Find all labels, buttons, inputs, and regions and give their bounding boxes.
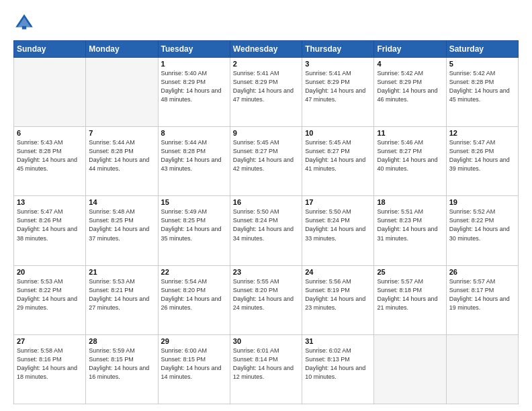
- day-info: Sunrise: 5:56 AM Sunset: 8:19 PM Dayligh…: [305, 277, 371, 312]
- logo: [13, 12, 38, 34]
- day-number: 22: [161, 268, 227, 276]
- calendar-cell: 18Sunrise: 5:51 AM Sunset: 8:23 PM Dayli…: [374, 196, 446, 265]
- calendar-cell: 5Sunrise: 5:42 AM Sunset: 8:28 PM Daylig…: [446, 58, 518, 127]
- calendar-cell: 8Sunrise: 5:44 AM Sunset: 8:28 PM Daylig…: [158, 127, 230, 196]
- week-row-3: 13Sunrise: 5:47 AM Sunset: 8:26 PM Dayli…: [14, 196, 519, 265]
- day-info: Sunrise: 5:45 AM Sunset: 8:27 PM Dayligh…: [233, 138, 299, 173]
- day-number: 18: [377, 198, 443, 206]
- calendar-cell: 30Sunrise: 6:01 AM Sunset: 8:14 PM Dayli…: [230, 334, 302, 404]
- calendar-cell: 9Sunrise: 5:45 AM Sunset: 8:27 PM Daylig…: [230, 127, 302, 196]
- day-info: Sunrise: 5:41 AM Sunset: 8:29 PM Dayligh…: [233, 69, 299, 104]
- calendar-cell: 31Sunrise: 6:02 AM Sunset: 8:13 PM Dayli…: [302, 334, 374, 404]
- day-number: 13: [17, 198, 83, 206]
- calendar-cell: [446, 334, 518, 404]
- day-number: 31: [305, 337, 371, 345]
- calendar-cell: 2Sunrise: 5:41 AM Sunset: 8:29 PM Daylig…: [230, 58, 302, 127]
- calendar-cell: 3Sunrise: 5:41 AM Sunset: 8:29 PM Daylig…: [302, 58, 374, 127]
- calendar-cell: 11Sunrise: 5:46 AM Sunset: 8:27 PM Dayli…: [374, 127, 446, 196]
- day-number: 6: [17, 129, 83, 137]
- day-number: 30: [233, 337, 299, 345]
- header: [13, 12, 519, 34]
- day-number: 4: [377, 60, 443, 68]
- day-info: Sunrise: 5:57 AM Sunset: 8:17 PM Dayligh…: [449, 277, 515, 312]
- day-number: 19: [449, 198, 515, 206]
- day-info: Sunrise: 5:52 AM Sunset: 8:22 PM Dayligh…: [449, 208, 515, 242]
- weekday-header-monday: Monday: [86, 41, 158, 58]
- day-number: 29: [161, 337, 227, 345]
- svg-rect-2: [22, 26, 26, 30]
- week-row-5: 27Sunrise: 5:58 AM Sunset: 8:16 PM Dayli…: [14, 334, 519, 404]
- week-row-2: 6Sunrise: 5:43 AM Sunset: 8:28 PM Daylig…: [14, 127, 519, 196]
- calendar-cell: 17Sunrise: 5:50 AM Sunset: 8:24 PM Dayli…: [302, 196, 374, 265]
- day-info: Sunrise: 5:47 AM Sunset: 8:26 PM Dayligh…: [449, 138, 515, 173]
- day-info: Sunrise: 5:50 AM Sunset: 8:24 PM Dayligh…: [305, 208, 371, 242]
- day-number: 21: [89, 268, 154, 276]
- day-number: 3: [305, 60, 371, 68]
- day-number: 11: [377, 129, 443, 137]
- weekday-header-thursday: Thursday: [302, 41, 374, 58]
- day-info: Sunrise: 5:43 AM Sunset: 8:28 PM Dayligh…: [17, 138, 83, 173]
- day-info: Sunrise: 5:53 AM Sunset: 8:21 PM Dayligh…: [89, 277, 154, 312]
- day-number: 16: [233, 198, 299, 206]
- day-info: Sunrise: 5:44 AM Sunset: 8:28 PM Dayligh…: [89, 138, 154, 173]
- calendar-cell: 4Sunrise: 5:42 AM Sunset: 8:29 PM Daylig…: [374, 58, 446, 127]
- calendar-cell: 7Sunrise: 5:44 AM Sunset: 8:28 PM Daylig…: [86, 127, 158, 196]
- day-number: 24: [305, 268, 371, 276]
- weekday-header-friday: Friday: [374, 41, 446, 58]
- calendar-cell: 29Sunrise: 6:00 AM Sunset: 8:15 PM Dayli…: [158, 334, 230, 404]
- day-number: 15: [161, 198, 227, 206]
- day-info: Sunrise: 5:47 AM Sunset: 8:26 PM Dayligh…: [17, 208, 83, 242]
- day-number: 5: [449, 60, 515, 68]
- day-number: 17: [305, 198, 371, 206]
- day-info: Sunrise: 5:44 AM Sunset: 8:28 PM Dayligh…: [161, 138, 227, 173]
- day-number: 7: [89, 129, 154, 137]
- day-number: 20: [17, 268, 83, 276]
- day-info: Sunrise: 5:57 AM Sunset: 8:18 PM Dayligh…: [377, 277, 443, 312]
- calendar-cell: 12Sunrise: 5:47 AM Sunset: 8:26 PM Dayli…: [446, 127, 518, 196]
- day-info: Sunrise: 5:58 AM Sunset: 8:16 PM Dayligh…: [17, 347, 83, 381]
- calendar-cell: [374, 334, 446, 404]
- day-info: Sunrise: 5:49 AM Sunset: 8:25 PM Dayligh…: [161, 208, 227, 242]
- day-number: 14: [89, 198, 154, 206]
- logo-icon: [13, 12, 35, 34]
- day-number: 25: [377, 268, 443, 276]
- day-info: Sunrise: 6:02 AM Sunset: 8:13 PM Dayligh…: [305, 347, 371, 381]
- calendar-cell: 15Sunrise: 5:49 AM Sunset: 8:25 PM Dayli…: [158, 196, 230, 265]
- day-info: Sunrise: 5:50 AM Sunset: 8:24 PM Dayligh…: [233, 208, 299, 242]
- day-number: 12: [449, 129, 515, 137]
- day-number: 9: [233, 129, 299, 137]
- page: SundayMondayTuesdayWednesdayThursdayFrid…: [0, 0, 532, 411]
- calendar-cell: 1Sunrise: 5:40 AM Sunset: 8:29 PM Daylig…: [158, 58, 230, 127]
- day-info: Sunrise: 5:51 AM Sunset: 8:23 PM Dayligh…: [377, 208, 443, 242]
- day-number: 10: [305, 129, 371, 137]
- day-info: Sunrise: 6:01 AM Sunset: 8:14 PM Dayligh…: [233, 347, 299, 381]
- calendar-cell: 14Sunrise: 5:48 AM Sunset: 8:25 PM Dayli…: [86, 196, 158, 265]
- day-info: Sunrise: 5:59 AM Sunset: 8:15 PM Dayligh…: [89, 347, 154, 381]
- weekday-header-sunday: Sunday: [14, 41, 86, 58]
- day-info: Sunrise: 5:45 AM Sunset: 8:27 PM Dayligh…: [305, 138, 371, 173]
- calendar-cell: 25Sunrise: 5:57 AM Sunset: 8:18 PM Dayli…: [374, 265, 446, 334]
- calendar-cell: [14, 58, 86, 127]
- calendar-cell: 24Sunrise: 5:56 AM Sunset: 8:19 PM Dayli…: [302, 265, 374, 334]
- calendar-cell: 20Sunrise: 5:53 AM Sunset: 8:22 PM Dayli…: [14, 265, 86, 334]
- day-info: Sunrise: 5:41 AM Sunset: 8:29 PM Dayligh…: [305, 69, 371, 104]
- weekday-header-wednesday: Wednesday: [230, 41, 302, 58]
- day-number: 23: [233, 268, 299, 276]
- calendar-cell: 22Sunrise: 5:54 AM Sunset: 8:20 PM Dayli…: [158, 265, 230, 334]
- calendar-cell: 28Sunrise: 5:59 AM Sunset: 8:15 PM Dayli…: [86, 334, 158, 404]
- day-number: 28: [89, 337, 154, 345]
- day-number: 26: [449, 268, 515, 276]
- day-number: 27: [17, 337, 83, 345]
- day-info: Sunrise: 5:54 AM Sunset: 8:20 PM Dayligh…: [161, 277, 227, 312]
- day-info: Sunrise: 5:46 AM Sunset: 8:27 PM Dayligh…: [377, 138, 443, 173]
- calendar-cell: 21Sunrise: 5:53 AM Sunset: 8:21 PM Dayli…: [86, 265, 158, 334]
- calendar-cell: 19Sunrise: 5:52 AM Sunset: 8:22 PM Dayli…: [446, 196, 518, 265]
- day-info: Sunrise: 6:00 AM Sunset: 8:15 PM Dayligh…: [161, 347, 227, 381]
- day-info: Sunrise: 5:42 AM Sunset: 8:29 PM Dayligh…: [377, 69, 443, 104]
- calendar-cell: 26Sunrise: 5:57 AM Sunset: 8:17 PM Dayli…: [446, 265, 518, 334]
- day-number: 1: [161, 60, 227, 68]
- day-number: 8: [161, 129, 227, 137]
- weekday-header-saturday: Saturday: [446, 41, 518, 58]
- calendar-cell: 6Sunrise: 5:43 AM Sunset: 8:28 PM Daylig…: [14, 127, 86, 196]
- day-info: Sunrise: 5:48 AM Sunset: 8:25 PM Dayligh…: [89, 208, 154, 242]
